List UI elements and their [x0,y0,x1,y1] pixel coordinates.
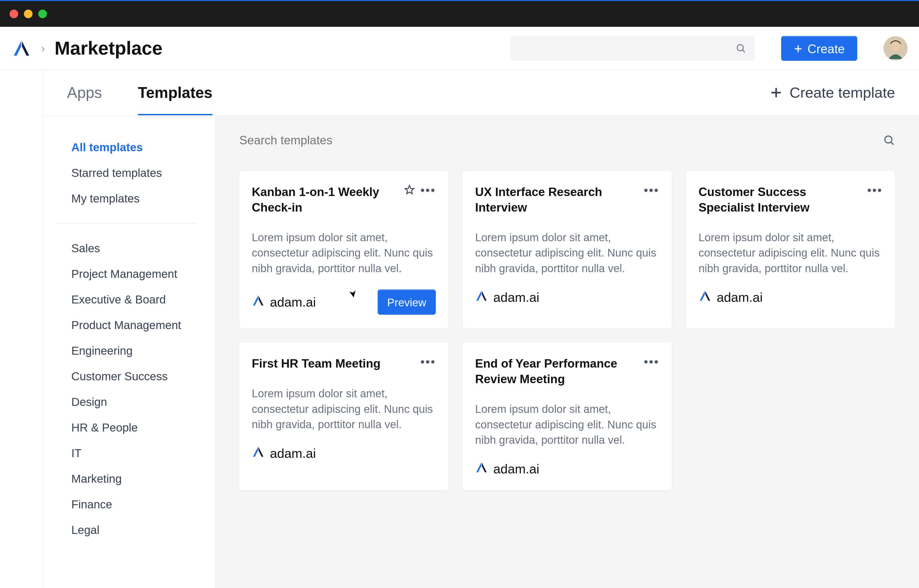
sidebar-item-all-templates[interactable]: All templates [71,134,208,160]
publisher-name: adam.ai [493,290,539,305]
svg-point-10 [885,136,892,143]
sidebar-category-hr-people[interactable]: HR & People [71,415,208,440]
template-cards-grid: Kanban 1-on-1 Weekly Check-in•••Lorem ip… [239,171,895,490]
sidebar-category-customer-success[interactable]: Customer Success [71,363,208,389]
app-logo[interactable] [11,38,32,58]
template-card-description: Lorem ipsum dolor sit amet, consectetur … [252,386,436,432]
publisher-logo-icon [475,289,488,305]
template-card[interactable]: Customer Success Specialist Interview•••… [686,171,895,328]
svg-marker-19 [253,447,258,457]
search-icon [736,43,746,53]
template-publisher: adam.ai [699,289,763,305]
window-controls [10,10,47,18]
template-card-title: Customer Success Specialist Interview [699,184,867,215]
create-button[interactable]: Create [781,36,857,61]
app-header: › Marketplace Create [0,27,919,70]
svg-marker-16 [482,291,487,301]
publisher-name: adam.ai [270,295,316,309]
tab-templates[interactable]: Templates [138,72,213,113]
sidebar-category-design[interactable]: Design [71,389,208,415]
tabs: Apps Templates Create template [43,70,919,115]
publisher-logo-icon [252,294,265,310]
svg-marker-0 [14,41,21,55]
template-card-description: Lorem ipsum dolor sit amet, consectetur … [475,401,659,447]
sidebar-category-project-management[interactable]: Project Management [71,261,208,287]
window-titlebar [0,0,919,27]
fullscreen-window-button[interactable] [38,10,47,18]
svg-marker-13 [253,296,258,305]
template-card-title: Kanban 1-on-1 Weekly Check-in [252,184,404,215]
breadcrumb-chevron-icon: › [41,42,45,55]
tab-apps[interactable]: Apps [67,72,102,113]
template-card-title: End of Year Performance Review Meeting [475,356,644,387]
more-options-icon[interactable]: ••• [644,356,659,368]
svg-marker-18 [705,291,710,301]
sidebar-category-finance[interactable]: Finance [71,491,208,517]
more-options-icon[interactable]: ••• [420,184,436,196]
svg-line-3 [743,50,745,52]
template-card-description: Lorem ipsum dolor sit amet, consectetur … [252,230,436,276]
publisher-logo-icon [475,461,488,477]
template-card-title: First HR Team Meeting [252,356,420,372]
more-options-icon[interactable]: ••• [644,184,659,196]
svg-marker-12 [405,186,414,194]
more-options-icon[interactable]: ••• [420,356,436,368]
avatar-icon [883,36,908,60]
sidebar-category-product-management[interactable]: Product Management [71,312,208,338]
template-search [239,129,895,152]
sidebar-category-legal[interactable]: Legal [71,517,208,543]
star-icon[interactable] [404,184,415,196]
svg-marker-21 [476,463,481,472]
svg-marker-22 [482,463,487,472]
publisher-name: adam.ai [270,446,316,461]
template-publisher: adam.ai [475,289,539,305]
preview-button[interactable]: Preview [378,289,436,315]
publisher-logo-icon [699,289,712,305]
template-card-title: UX Interface Research Interview [475,184,644,215]
template-publisher: adam.ai [252,445,316,461]
svg-point-2 [737,45,743,51]
template-card[interactable]: UX Interface Research Interview•••Lorem … [463,171,672,328]
close-window-button[interactable] [10,10,18,18]
more-options-icon[interactable]: ••• [867,184,883,196]
search-icon [883,134,895,146]
sidebar-category-engineering[interactable]: Engineering [71,338,208,363]
app-left-rail [0,70,43,588]
template-search-input[interactable] [239,133,883,147]
svg-point-7 [891,42,900,51]
adam-logo-icon [12,39,31,58]
publisher-logo-icon [252,445,265,461]
svg-line-11 [891,142,893,145]
svg-marker-17 [700,291,705,301]
plus-icon [770,86,782,99]
sidebar-category-marketing[interactable]: Marketing [71,466,208,491]
page-title: Marketplace [55,37,163,59]
sidebar: All templatesStarred templatesMy templat… [43,115,215,588]
global-search-input[interactable] [511,36,755,61]
main-panel: Kanban 1-on-1 Weekly Check-in•••Lorem ip… [215,115,919,588]
sidebar-category-it[interactable]: IT [71,440,208,466]
sidebar-item-starred-templates[interactable]: Starred templates [71,160,208,186]
sidebar-category-sales[interactable]: Sales [71,236,208,261]
sidebar-category-executive-board[interactable]: Executive & Board [71,287,208,312]
create-button-label: Create [808,42,845,56]
plus-icon [794,44,803,53]
svg-marker-20 [258,447,263,457]
user-avatar[interactable] [883,36,908,60]
create-template-button[interactable]: Create template [770,84,895,101]
template-card-description: Lorem ipsum dolor sit amet, consectetur … [699,230,883,276]
template-card[interactable]: Kanban 1-on-1 Weekly Check-in•••Lorem ip… [239,171,448,328]
template-card[interactable]: First HR Team Meeting•••Lorem ipsum dolo… [239,342,448,490]
create-template-label: Create template [790,84,895,101]
svg-marker-15 [476,291,481,301]
minimize-window-button[interactable] [24,10,32,18]
template-card[interactable]: End of Year Performance Review Meeting••… [463,342,672,490]
svg-marker-14 [258,296,263,305]
svg-marker-1 [22,41,29,55]
sidebar-item-my-templates[interactable]: My templates [71,186,208,211]
publisher-name: adam.ai [493,461,539,476]
template-publisher: adam.ai [252,294,316,310]
content-area: All templatesStarred templatesMy templat… [43,115,919,588]
publisher-name: adam.ai [717,290,763,305]
template-card-description: Lorem ipsum dolor sit amet, consectetur … [475,230,659,276]
